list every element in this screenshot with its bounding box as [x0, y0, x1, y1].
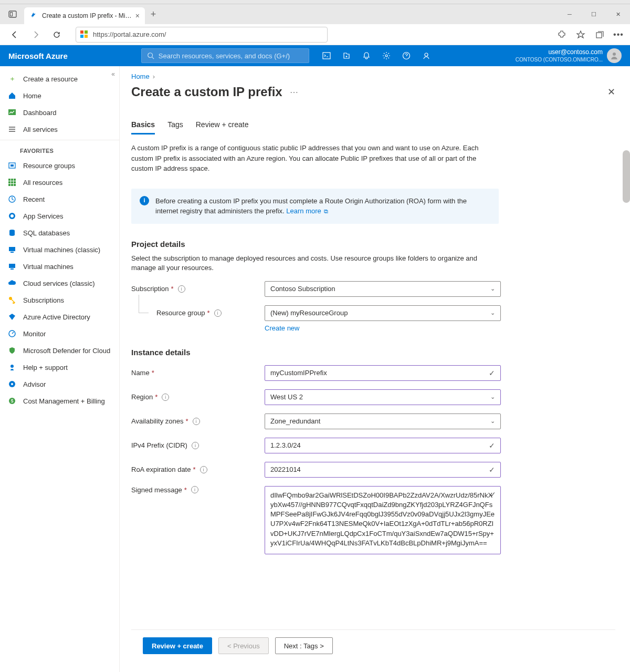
forward-button[interactable]	[27, 26, 44, 43]
cloud-shell-icon[interactable]	[322, 51, 331, 60]
sidebar-home[interactable]: Home	[0, 87, 119, 104]
more-icon[interactable]: •••	[613, 29, 624, 40]
aad-icon	[7, 312, 17, 322]
sidebar-item-monitor[interactable]: Monitor	[0, 325, 119, 342]
minimize-button[interactable]: ─	[558, 4, 582, 24]
svg-rect-18	[14, 179, 16, 181]
new-tab-button[interactable]: +	[145, 9, 162, 20]
azure-search[interactable]: Search resources, services, and docs (G+…	[141, 48, 309, 63]
browser-tab[interactable]: Create a custom IP prefix - Micr... ×	[24, 7, 145, 24]
collapse-sidebar-icon[interactable]: «	[111, 70, 115, 78]
review-create-button[interactable]: Review + create	[143, 637, 212, 654]
tab-tags[interactable]: Tags	[167, 120, 183, 135]
directories-icon[interactable]	[342, 51, 351, 60]
tab-basics[interactable]: Basics	[131, 120, 155, 135]
check-icon: ✓	[490, 490, 496, 500]
sidebar-item-all-resources[interactable]: All resources	[0, 174, 119, 191]
ipv4-prefix-input[interactable]: 1.2.3.0/24✓	[265, 438, 501, 453]
sidebar-all-services[interactable]: All services	[0, 121, 119, 138]
extensions-icon[interactable]	[556, 29, 567, 40]
learn-more-link[interactable]: Learn more	[286, 207, 321, 215]
sidebar-item-aad[interactable]: Azure Active Directory	[0, 308, 119, 325]
tabs: Basics Tags Review + create	[131, 120, 615, 135]
sidebar-item-vm-classic[interactable]: Virtual machines (classic)	[0, 241, 119, 258]
info-circle-icon[interactable]: i	[200, 466, 207, 473]
info-circle-icon[interactable]: i	[214, 309, 222, 317]
info-circle-icon[interactable]: i	[178, 285, 185, 293]
key-icon	[7, 295, 17, 305]
info-icon: i	[140, 196, 149, 205]
favorites-icon[interactable]	[575, 29, 586, 40]
sidebar: « ＋Create a resource Home Dashboard All …	[0, 66, 120, 672]
info-circle-icon[interactable]: i	[193, 418, 200, 425]
svg-rect-24	[14, 184, 16, 186]
sidebar-create-resource[interactable]: ＋Create a resource	[0, 70, 119, 87]
sidebar-item-recent[interactable]: Recent	[0, 191, 119, 208]
svg-point-11	[425, 53, 428, 56]
roa-input[interactable]: 20221014✓	[265, 462, 501, 478]
tab-actions-icon[interactable]	[5, 7, 20, 22]
region-select[interactable]: West US 2⌄	[265, 389, 501, 405]
check-icon: ✓	[489, 369, 495, 377]
feedback-icon[interactable]	[422, 51, 431, 60]
favorites-header: FAVORITES	[0, 142, 119, 157]
next-button[interactable]: Next : Tags >	[275, 637, 333, 654]
signed-message-textarea[interactable]: ✓ dIlwFQmbo9ar2GaiWRlSEtDSZoH00I9BAPb2Zz…	[265, 486, 501, 554]
user-menu[interactable]: user@contoso.com CONTOSO (CONTOSO.ONMICR…	[516, 48, 622, 64]
window-controls: ─ ☐ ✕	[558, 4, 630, 24]
svg-rect-22	[8, 184, 10, 186]
info-circle-icon[interactable]: i	[192, 442, 199, 449]
info-circle-icon[interactable]: i	[191, 486, 198, 493]
sidebar-item-cost[interactable]: $Cost Management + Billing	[0, 392, 119, 409]
breadcrumb: Home ›	[131, 73, 615, 80]
subscription-select[interactable]: Contoso Subscription⌄	[265, 281, 501, 297]
list-icon	[7, 125, 17, 134]
create-new-link[interactable]: Create new	[265, 324, 615, 332]
sidebar-item-advisor[interactable]: Advisor	[0, 376, 119, 392]
sidebar-item-help[interactable]: Help + support	[0, 359, 119, 376]
svg-rect-8	[323, 53, 330, 59]
sidebar-item-vm[interactable]: Virtual machines	[0, 258, 119, 275]
refresh-button[interactable]	[48, 26, 65, 43]
sidebar-item-defender[interactable]: Microsoft Defender for Cloud	[0, 342, 119, 359]
svg-point-37	[11, 383, 13, 385]
scrollbar[interactable]	[623, 150, 630, 203]
svg-point-12	[613, 53, 616, 56]
svg-rect-23	[11, 184, 13, 186]
more-actions-icon[interactable]: ⋯	[290, 87, 298, 97]
availability-zones-select[interactable]: Zone_redundant⌄	[265, 413, 501, 429]
sidebar-item-resource-groups[interactable]: Resource groups	[0, 157, 119, 174]
collections-icon[interactable]	[594, 29, 605, 40]
url-field[interactable]: https://portal.azure.com/	[76, 27, 328, 43]
notifications-icon[interactable]	[362, 51, 371, 60]
close-window-button[interactable]: ✕	[606, 4, 630, 24]
breadcrumb-home[interactable]: Home	[131, 73, 150, 80]
close-blade-button[interactable]: ✕	[607, 86, 615, 98]
sidebar-item-cloud-classic[interactable]: Cloud services (classic)	[0, 275, 119, 292]
resource-group-select[interactable]: (New) myResourceGroup⌄	[265, 305, 501, 321]
sidebar-item-subscriptions[interactable]: Subscriptions	[0, 292, 119, 308]
svg-rect-31	[9, 264, 15, 268]
name-input[interactable]: myCustomIPPrefix✓	[265, 365, 501, 381]
back-button[interactable]	[6, 26, 23, 43]
settings-icon[interactable]	[382, 51, 391, 60]
svg-point-35	[10, 365, 14, 368]
chevron-down-icon: ⌄	[490, 309, 495, 316]
name-label: Name *	[131, 369, 265, 377]
svg-rect-29	[9, 247, 15, 251]
help-icon[interactable]	[402, 51, 411, 60]
svg-rect-3	[85, 30, 88, 34]
chevron-right-icon: ›	[153, 73, 155, 80]
info-box: i Before creating a custom IP prefix you…	[131, 189, 499, 224]
maximize-button[interactable]: ☐	[582, 4, 606, 24]
sidebar-item-app-services[interactable]: App Services	[0, 208, 119, 224]
sidebar-dashboard[interactable]: Dashboard	[0, 104, 119, 121]
svg-rect-4	[80, 35, 83, 38]
close-tab-icon[interactable]: ×	[135, 12, 140, 20]
svg-rect-1	[10, 13, 13, 16]
sidebar-item-sql[interactable]: SQL databases	[0, 224, 119, 241]
tab-review[interactable]: Review + create	[196, 120, 249, 135]
region-label: Region *i	[131, 393, 265, 401]
info-circle-icon[interactable]: i	[162, 394, 169, 401]
azure-brand[interactable]: Microsoft Azure	[8, 51, 68, 60]
